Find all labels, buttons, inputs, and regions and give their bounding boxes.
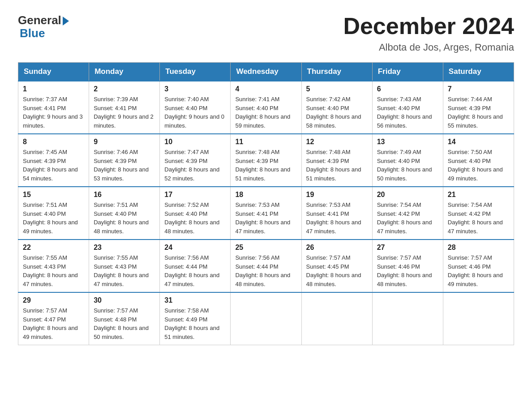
- day-number: 25: [235, 244, 296, 252]
- calendar-header-row: Sunday Monday Tuesday Wednesday Thursday…: [18, 63, 514, 81]
- calendar-week-row: 1 Sunrise: 7:37 AM Sunset: 4:41 PM Dayli…: [18, 81, 514, 134]
- day-info: Sunrise: 7:39 AM Sunset: 4:41 PM Dayligh…: [94, 95, 155, 130]
- day-info: Sunrise: 7:57 AM Sunset: 4:48 PM Dayligh…: [94, 306, 155, 341]
- col-sunday: Sunday: [18, 63, 89, 81]
- table-row: 23 Sunrise: 7:55 AM Sunset: 4:43 PM Dayl…: [89, 240, 160, 292]
- day-number: 23: [94, 244, 155, 252]
- table-row: 12 Sunrise: 7:48 AM Sunset: 4:39 PM Dayl…: [301, 134, 372, 187]
- day-number: 29: [23, 296, 84, 304]
- day-number: 27: [377, 244, 438, 252]
- logo-general-text: General: [18, 13, 61, 27]
- day-number: 21: [448, 191, 509, 199]
- month-title: December 2024: [343, 13, 514, 39]
- table-row: 2 Sunrise: 7:39 AM Sunset: 4:41 PM Dayli…: [89, 81, 160, 134]
- table-row: 17 Sunrise: 7:52 AM Sunset: 4:40 PM Dayl…: [160, 187, 231, 240]
- day-number: 12: [306, 138, 368, 146]
- day-info: Sunrise: 7:55 AM Sunset: 4:43 PM Dayligh…: [94, 253, 155, 288]
- day-number: 7: [448, 85, 509, 93]
- calendar-week-row: 8 Sunrise: 7:45 AM Sunset: 4:39 PM Dayli…: [18, 134, 514, 187]
- table-row: 31 Sunrise: 7:58 AM Sunset: 4:49 PM Dayl…: [160, 292, 231, 345]
- day-number: 24: [164, 244, 226, 252]
- calendar-table: Sunday Monday Tuesday Wednesday Thursday…: [18, 62, 514, 345]
- col-monday: Monday: [89, 63, 160, 81]
- day-number: 11: [235, 138, 296, 146]
- day-info: Sunrise: 7:57 AM Sunset: 4:46 PM Dayligh…: [448, 253, 509, 288]
- table-row: 27 Sunrise: 7:57 AM Sunset: 4:46 PM Dayl…: [372, 240, 443, 292]
- table-row: 5 Sunrise: 7:42 AM Sunset: 4:40 PM Dayli…: [301, 81, 372, 134]
- day-number: 3: [164, 85, 226, 93]
- calendar-week-row: 22 Sunrise: 7:55 AM Sunset: 4:43 PM Dayl…: [18, 240, 514, 292]
- table-row: 6 Sunrise: 7:43 AM Sunset: 4:40 PM Dayli…: [372, 81, 443, 134]
- col-wednesday: Wednesday: [231, 63, 301, 81]
- day-number: 4: [235, 85, 296, 93]
- day-info: Sunrise: 7:56 AM Sunset: 4:44 PM Dayligh…: [164, 253, 226, 288]
- table-row: 28 Sunrise: 7:57 AM Sunset: 4:46 PM Dayl…: [443, 240, 514, 292]
- calendar-week-row: 15 Sunrise: 7:51 AM Sunset: 4:40 PM Dayl…: [18, 187, 514, 240]
- day-number: 30: [94, 296, 155, 304]
- day-info: Sunrise: 7:49 AM Sunset: 4:40 PM Dayligh…: [377, 148, 438, 183]
- day-info: Sunrise: 7:53 AM Sunset: 4:41 PM Dayligh…: [235, 201, 296, 235]
- col-friday: Friday: [372, 63, 443, 81]
- day-info: Sunrise: 7:42 AM Sunset: 4:40 PM Dayligh…: [306, 95, 368, 130]
- day-info: Sunrise: 7:57 AM Sunset: 4:46 PM Dayligh…: [377, 253, 438, 288]
- table-row: 13 Sunrise: 7:49 AM Sunset: 4:40 PM Dayl…: [372, 134, 443, 187]
- table-row: 21 Sunrise: 7:54 AM Sunset: 4:42 PM Dayl…: [443, 187, 514, 240]
- day-number: 31: [164, 296, 226, 304]
- title-block: December 2024 Albota de Jos, Arges, Roma…: [343, 13, 514, 53]
- day-number: 14: [448, 138, 509, 146]
- day-number: 26: [306, 244, 368, 252]
- day-number: 2: [94, 85, 155, 93]
- day-info: Sunrise: 7:54 AM Sunset: 4:42 PM Dayligh…: [377, 201, 438, 235]
- logo: General Blue: [18, 13, 69, 40]
- day-info: Sunrise: 7:55 AM Sunset: 4:43 PM Dayligh…: [23, 253, 84, 288]
- table-row: 8 Sunrise: 7:45 AM Sunset: 4:39 PM Dayli…: [18, 134, 89, 187]
- page-header: General Blue December 2024 Albota de Jos…: [18, 13, 514, 53]
- day-number: 22: [23, 244, 84, 252]
- table-row: [372, 292, 443, 345]
- table-row: 7 Sunrise: 7:44 AM Sunset: 4:39 PM Dayli…: [443, 81, 514, 134]
- day-info: Sunrise: 7:50 AM Sunset: 4:40 PM Dayligh…: [448, 148, 509, 183]
- day-info: Sunrise: 7:51 AM Sunset: 4:40 PM Dayligh…: [23, 201, 84, 235]
- day-number: 1: [23, 85, 84, 93]
- day-info: Sunrise: 7:44 AM Sunset: 4:39 PM Dayligh…: [448, 95, 509, 130]
- day-info: Sunrise: 7:57 AM Sunset: 4:45 PM Dayligh…: [306, 253, 368, 288]
- table-row: 22 Sunrise: 7:55 AM Sunset: 4:43 PM Dayl…: [18, 240, 89, 292]
- day-number: 17: [164, 191, 226, 199]
- table-row: 15 Sunrise: 7:51 AM Sunset: 4:40 PM Dayl…: [18, 187, 89, 240]
- logo-blue-text: Blue: [20, 26, 45, 40]
- day-info: Sunrise: 7:58 AM Sunset: 4:49 PM Dayligh…: [164, 306, 226, 341]
- table-row: 30 Sunrise: 7:57 AM Sunset: 4:48 PM Dayl…: [89, 292, 160, 345]
- day-info: Sunrise: 7:51 AM Sunset: 4:40 PM Dayligh…: [94, 201, 155, 235]
- day-number: 19: [306, 191, 368, 199]
- day-info: Sunrise: 7:54 AM Sunset: 4:42 PM Dayligh…: [448, 201, 509, 235]
- col-tuesday: Tuesday: [160, 63, 231, 81]
- calendar-week-row: 29 Sunrise: 7:57 AM Sunset: 4:47 PM Dayl…: [18, 292, 514, 345]
- day-info: Sunrise: 7:43 AM Sunset: 4:40 PM Dayligh…: [377, 95, 438, 130]
- table-row: 1 Sunrise: 7:37 AM Sunset: 4:41 PM Dayli…: [18, 81, 89, 134]
- table-row: 10 Sunrise: 7:47 AM Sunset: 4:39 PM Dayl…: [160, 134, 231, 187]
- day-number: 16: [94, 191, 155, 199]
- day-number: 6: [377, 85, 438, 93]
- col-saturday: Saturday: [443, 63, 514, 81]
- table-row: 25 Sunrise: 7:56 AM Sunset: 4:44 PM Dayl…: [231, 240, 301, 292]
- table-row: 14 Sunrise: 7:50 AM Sunset: 4:40 PM Dayl…: [443, 134, 514, 187]
- table-row: [231, 292, 301, 345]
- day-info: Sunrise: 7:47 AM Sunset: 4:39 PM Dayligh…: [164, 148, 226, 183]
- table-row: 9 Sunrise: 7:46 AM Sunset: 4:39 PM Dayli…: [89, 134, 160, 187]
- day-number: 15: [23, 191, 84, 199]
- table-row: 24 Sunrise: 7:56 AM Sunset: 4:44 PM Dayl…: [160, 240, 231, 292]
- day-info: Sunrise: 7:52 AM Sunset: 4:40 PM Dayligh…: [164, 201, 226, 235]
- day-info: Sunrise: 7:46 AM Sunset: 4:39 PM Dayligh…: [94, 148, 155, 183]
- day-info: Sunrise: 7:56 AM Sunset: 4:44 PM Dayligh…: [235, 253, 296, 288]
- table-row: 19 Sunrise: 7:53 AM Sunset: 4:41 PM Dayl…: [301, 187, 372, 240]
- table-row: 3 Sunrise: 7:40 AM Sunset: 4:40 PM Dayli…: [160, 81, 231, 134]
- table-row: 11 Sunrise: 7:48 AM Sunset: 4:39 PM Dayl…: [231, 134, 301, 187]
- table-row: [443, 292, 514, 345]
- table-row: 20 Sunrise: 7:54 AM Sunset: 4:42 PM Dayl…: [372, 187, 443, 240]
- day-number: 13: [377, 138, 438, 146]
- table-row: 16 Sunrise: 7:51 AM Sunset: 4:40 PM Dayl…: [89, 187, 160, 240]
- day-number: 5: [306, 85, 368, 93]
- day-number: 20: [377, 191, 438, 199]
- day-info: Sunrise: 7:48 AM Sunset: 4:39 PM Dayligh…: [306, 148, 368, 183]
- location-text: Albota de Jos, Arges, Romania: [343, 42, 514, 53]
